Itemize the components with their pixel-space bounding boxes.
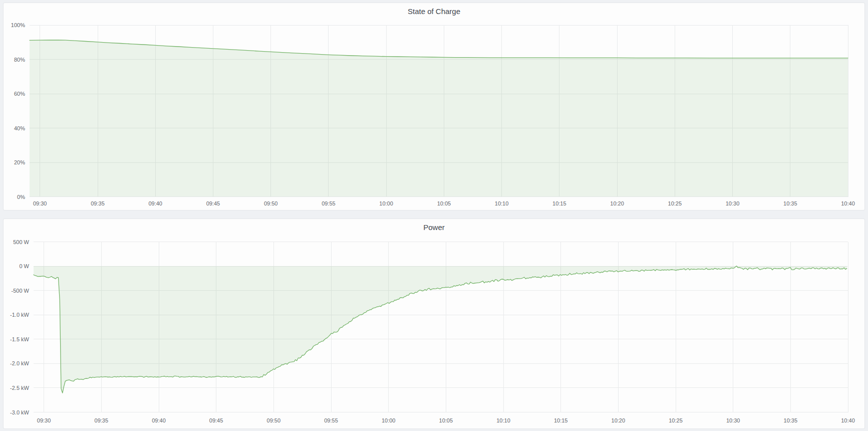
y-axis-labels: 500 W0 W-500 W-1.0 kW-1.5 kW-2.0 kW-2.5 … [10, 239, 30, 415]
svg-text:10:15: 10:15 [554, 417, 568, 423]
svg-text:09:55: 09:55 [324, 417, 338, 423]
y-axis-labels: 100%80%60%40%20%0% [11, 22, 25, 200]
svg-text:09:45: 09:45 [209, 417, 223, 423]
svg-text:10:00: 10:00 [382, 417, 396, 423]
svg-text:09:55: 09:55 [322, 200, 336, 206]
svg-text:100%: 100% [11, 22, 25, 28]
svg-text:10:00: 10:00 [379, 200, 393, 206]
svg-text:40%: 40% [14, 125, 25, 131]
svg-text:10:25: 10:25 [668, 200, 682, 206]
svg-text:09:35: 09:35 [91, 200, 105, 206]
svg-text:10:35: 10:35 [784, 417, 798, 423]
svg-text:10:35: 10:35 [783, 200, 797, 206]
svg-text:10:10: 10:10 [495, 200, 509, 206]
svg-text:-500 W: -500 W [12, 288, 30, 294]
panel-title: Power [4, 223, 864, 232]
series-fill [34, 266, 847, 393]
x-axis-labels: 09:3009:3509:4009:4509:5009:5510:0010:05… [33, 200, 855, 206]
svg-text:09:50: 09:50 [264, 200, 278, 206]
svg-text:10:40: 10:40 [841, 417, 855, 423]
svg-text:10:30: 10:30 [726, 417, 740, 423]
svg-text:10:15: 10:15 [552, 200, 566, 206]
svg-text:10:30: 10:30 [726, 200, 740, 206]
power-chart-canvas[interactable]: 09:3009:3509:4009:4509:5009:5510:0010:05… [4, 219, 864, 428]
svg-text:-2.0 kW: -2.0 kW [10, 360, 30, 366]
svg-text:10:40: 10:40 [841, 200, 855, 206]
svg-text:80%: 80% [14, 57, 25, 63]
svg-text:09:40: 09:40 [152, 417, 166, 423]
soc-chart-area[interactable]: 09:3009:3509:4009:4509:5009:5510:0010:05… [4, 3, 864, 210]
x-axis-labels: 09:3009:3509:4009:4509:5009:5510:0010:05… [37, 417, 855, 423]
svg-text:60%: 60% [14, 91, 25, 97]
svg-text:10:10: 10:10 [496, 417, 510, 423]
panel-power: 09:3009:3509:4009:4509:5009:5510:0010:05… [3, 219, 865, 429]
svg-text:-3.0 kW: -3.0 kW [10, 409, 30, 415]
panel-title: State of Charge [4, 7, 864, 16]
svg-text:10:25: 10:25 [669, 417, 683, 423]
power-chart-area[interactable]: 09:3009:3509:4009:4509:5009:5510:0010:05… [4, 219, 864, 428]
series-fill [30, 40, 848, 197]
panel-state-of-charge: 09:3009:3509:4009:4509:5009:5510:0010:05… [3, 3, 865, 210]
soc-chart-canvas[interactable]: 09:3009:3509:4009:4509:5009:5510:0010:05… [4, 3, 864, 210]
svg-text:20%: 20% [14, 159, 25, 165]
svg-text:-1.5 kW: -1.5 kW [10, 336, 30, 342]
svg-text:09:30: 09:30 [33, 200, 47, 206]
svg-text:-2.5 kW: -2.5 kW [10, 385, 30, 391]
svg-text:0%: 0% [17, 194, 25, 200]
svg-text:0 W: 0 W [19, 263, 29, 269]
svg-text:09:30: 09:30 [37, 417, 51, 423]
svg-text:-1.0 kW: -1.0 kW [10, 312, 30, 318]
svg-text:09:40: 09:40 [148, 200, 162, 206]
svg-text:10:05: 10:05 [437, 200, 451, 206]
svg-text:09:35: 09:35 [95, 417, 109, 423]
svg-text:10:20: 10:20 [610, 200, 624, 206]
svg-text:10:05: 10:05 [439, 417, 453, 423]
svg-text:09:50: 09:50 [267, 417, 281, 423]
svg-text:500 W: 500 W [13, 239, 29, 245]
svg-text:09:45: 09:45 [206, 200, 220, 206]
svg-text:10:20: 10:20 [612, 417, 626, 423]
